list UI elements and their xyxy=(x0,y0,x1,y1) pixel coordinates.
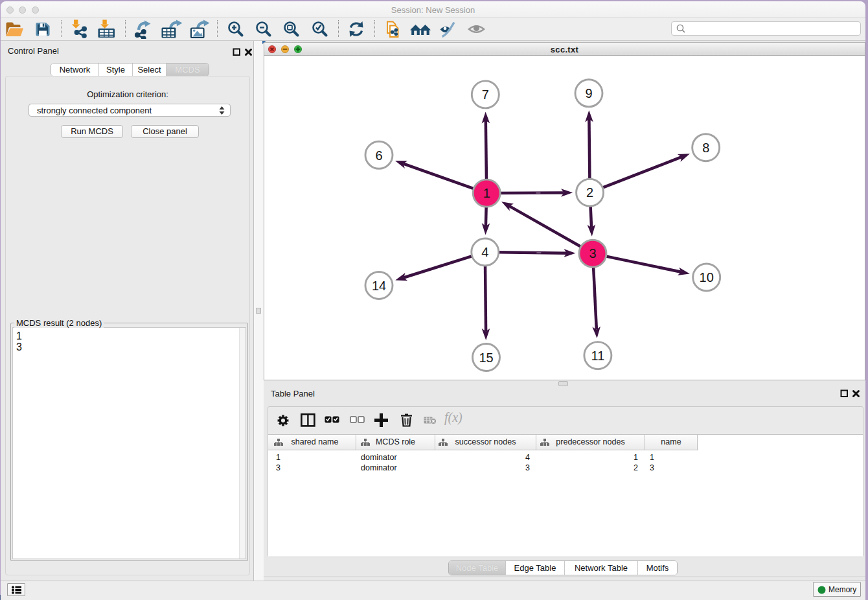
svg-text:9: 9 xyxy=(585,86,592,100)
svg-text:14: 14 xyxy=(372,279,386,293)
svg-text:11: 11 xyxy=(591,349,605,363)
svg-text:8: 8 xyxy=(702,141,709,155)
svg-text:7: 7 xyxy=(482,87,489,102)
svg-text:4: 4 xyxy=(481,245,488,259)
svg-text:10: 10 xyxy=(700,270,714,284)
svg-text:6: 6 xyxy=(375,148,382,163)
svg-text:1: 1 xyxy=(483,186,490,200)
svg-text:3: 3 xyxy=(589,246,596,260)
svg-text:15: 15 xyxy=(479,351,493,365)
svg-text:2: 2 xyxy=(586,185,593,200)
